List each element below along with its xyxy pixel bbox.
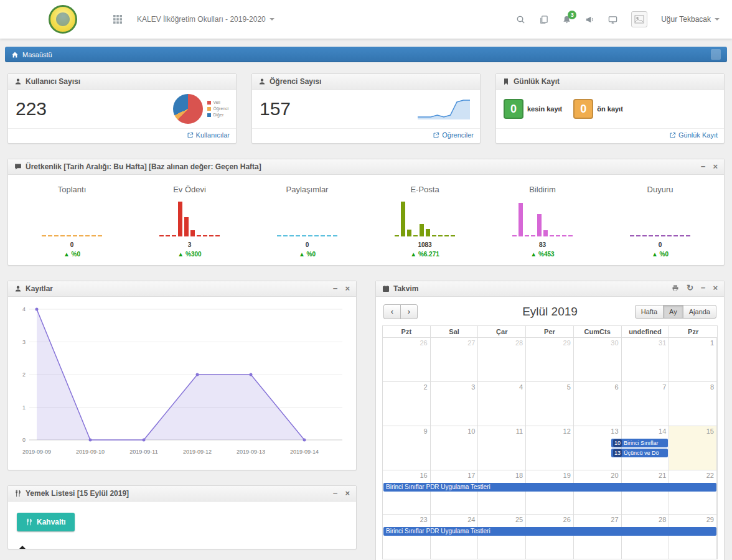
notification-badge: 3 <box>568 11 576 19</box>
users-pie-wrap: VeliÖğrenciDiğer <box>173 94 228 124</box>
mini-chart-bar <box>630 235 634 236</box>
calendar-day-cell[interactable]: 29 <box>669 515 717 559</box>
day-number: 28 <box>659 516 666 523</box>
productivity-item: Toplantı0▲ %0 <box>13 185 131 258</box>
users-link[interactable]: Kullanıcılar <box>187 131 230 139</box>
students-count: 157 <box>260 98 291 119</box>
left-column: Kayıtlar − × 012342019-09-092019-09-1020… <box>7 281 357 549</box>
calendar-day-cell[interactable]: 28 <box>622 515 670 559</box>
calendar-day-cell[interactable]: 21 <box>622 470 670 514</box>
calendar-day-cell[interactable]: 17 <box>431 470 479 514</box>
calendar-month-title: Eylül 2019 <box>522 305 578 319</box>
productivity-item-change: ▲ %0 <box>63 251 80 258</box>
calendar-day-cell[interactable]: 2 <box>383 382 431 426</box>
mini-chart-bar <box>92 235 96 236</box>
calendar-view-ajanda[interactable]: Ajanda <box>683 305 716 319</box>
calendar-week-row: 2345678 <box>383 382 717 426</box>
day-number: 6 <box>614 383 618 391</box>
mini-chart-bar <box>166 235 170 236</box>
documents-icon[interactable] <box>539 15 548 24</box>
calendar-day-cell[interactable]: 4 <box>478 382 526 426</box>
day-number: 15 <box>706 427 714 435</box>
calendar-day-cell[interactable]: 16 <box>383 470 431 514</box>
mini-chart-bar <box>686 235 690 236</box>
calendar-event-chip[interactable]: 10Birinci Sınıflar <box>611 439 668 447</box>
calendar-day-cell[interactable]: 8 <box>669 382 717 426</box>
collapse-icon[interactable]: − <box>701 163 706 170</box>
mini-chart-bar <box>556 235 560 236</box>
calendar-day-cell[interactable]: 18 <box>478 470 526 514</box>
user-menu[interactable]: Uğur Tekbacak <box>661 15 720 24</box>
day-number: 27 <box>611 516 618 523</box>
notifications-bell-icon[interactable]: 3 <box>562 15 571 24</box>
refresh-icon[interactable]: ↻ <box>687 284 693 293</box>
bookmark-icon <box>502 78 510 85</box>
calendar-day-cell[interactable]: 23 <box>383 515 431 559</box>
panel-title: Takvim <box>393 284 418 293</box>
calendar-day-cell[interactable]: 20 <box>574 470 622 514</box>
school-selector[interactable]: KALEV İlköğretim Okulları - 2019-2020 <box>137 15 274 24</box>
calendar-day-cell[interactable]: 6 <box>574 382 622 426</box>
calendar-day-cell[interactable]: 25 <box>478 515 526 559</box>
calendar-day-cell[interactable]: 27 <box>574 515 622 559</box>
announcements-megaphone-icon[interactable] <box>585 15 594 24</box>
calendar-event-bar[interactable]: Birinci Sınıflar PDR Uygulama Testleri <box>383 483 716 492</box>
close-icon[interactable]: × <box>345 490 350 497</box>
cutlery-icon <box>26 518 33 526</box>
print-icon[interactable] <box>672 284 679 293</box>
calendar-day-cell[interactable]: 31 <box>622 338 670 381</box>
mini-chart-bar <box>543 230 548 236</box>
calendar-day-cell[interactable]: 3 <box>431 382 479 426</box>
calendar-day-header: undefined <box>622 326 670 337</box>
calendar-day-cell[interactable]: 22 <box>669 470 717 514</box>
close-icon[interactable]: × <box>713 163 718 170</box>
apps-grid-icon[interactable] <box>113 15 122 24</box>
collapse-icon[interactable]: − <box>701 284 706 293</box>
search-icon[interactable] <box>516 15 525 24</box>
breakfast-tab[interactable]: Kahvaltı <box>17 513 75 531</box>
calendar-day-cell[interactable]: 28 <box>478 338 526 381</box>
daily-record-body: 0kesin kayıt0ön kayıt <box>496 90 724 128</box>
monitor-icon[interactable] <box>608 15 617 24</box>
students-link[interactable]: Öğrenciler <box>433 131 474 139</box>
calendar-day-cell[interactable]: 5 <box>526 382 574 426</box>
breadcrumb-action[interactable] <box>711 49 721 60</box>
close-icon[interactable]: × <box>713 284 718 293</box>
user-avatar[interactable] <box>631 11 647 27</box>
calendar-event-chip[interactable]: 13Üçüncü ve Dö <box>611 449 668 457</box>
close-icon[interactable]: × <box>345 285 350 292</box>
calendar-prev-button[interactable]: ‹ <box>383 304 401 319</box>
calendar-day-cell[interactable]: 24 <box>431 515 479 559</box>
calendar-day-cell[interactable]: 19 <box>526 470 574 514</box>
day-number: 1 <box>710 339 714 347</box>
dashboard-page: KALEV İlköğretim Okulları - 2019-2020 3 <box>0 0 732 560</box>
users-card: Kullanıcı Sayısı 223 VeliÖğrenciDiğer Ku… <box>7 73 237 144</box>
daily-record-link[interactable]: Günlük Kayıt <box>669 131 718 139</box>
day-number: 11 <box>516 427 523 435</box>
calendar-day-cell[interactable]: 29 <box>526 338 574 381</box>
calendar-day-cell[interactable]: 27 <box>431 338 479 381</box>
users-count: 223 <box>16 98 47 119</box>
calendar-event-bar[interactable]: Birinci Sınıflar PDR Uygulama Testleri <box>383 527 716 536</box>
calendar-view-hafta[interactable]: Hafta <box>635 305 664 319</box>
collapse-icon[interactable]: − <box>333 285 338 292</box>
collapse-icon[interactable]: − <box>333 490 338 497</box>
calendar-view-ay[interactable]: Ay <box>663 305 683 319</box>
mini-chart-bar <box>42 235 46 236</box>
svg-text:2: 2 <box>22 371 26 378</box>
mini-chart-bar <box>327 235 331 236</box>
calendar-day-cell[interactable]: 26 <box>383 338 431 381</box>
calendar-day-cell[interactable]: 26 <box>526 515 574 559</box>
calendar-events-layer: Birinci Sınıflar PDR Uygulama Testleri <box>383 483 716 492</box>
productivity-item-label: E-Posta <box>410 185 439 194</box>
daily-record-card: Günlük Kayıt 0kesin kayıt0ön kayıt Günlü… <box>495 73 725 144</box>
calendar-panel: Takvim ↻ − × ‹ › Eylül 2019 HaftaAyAjand… <box>375 281 725 560</box>
calendar-next-button[interactable]: › <box>400 304 418 319</box>
mini-chart-bar <box>525 235 529 236</box>
records-body: 012342019-09-092019-09-102019-09-112019-… <box>8 297 356 470</box>
calendar-day-cell[interactable]: 1 <box>669 338 717 381</box>
calendar-day-cell[interactable]: 7 <box>622 382 670 426</box>
school-logo[interactable] <box>49 5 77 34</box>
calendar-day-header: Pzr <box>669 326 717 337</box>
calendar-day-cell[interactable]: 30 <box>574 338 622 381</box>
